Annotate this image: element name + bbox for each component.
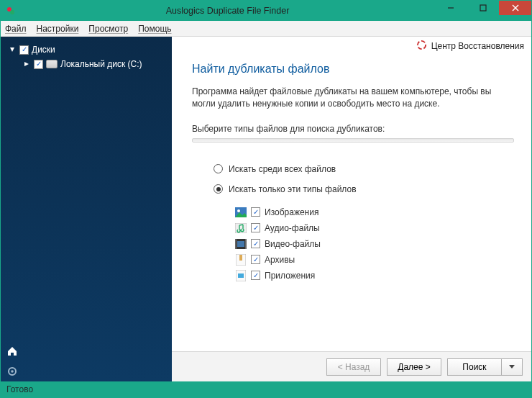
svg-point-12 — [237, 209, 240, 212]
checkbox-disks[interactable] — [19, 45, 29, 55]
tree-drive-label: Локальный диск (C:) — [60, 59, 142, 69]
svg-marker-7 — [24, 62, 29, 66]
tree-drive-row[interactable]: Локальный диск (C:) — [8, 57, 169, 71]
menu-help[interactable]: Помощь — [138, 24, 171, 34]
checkbox-drive-c[interactable] — [34, 60, 43, 69]
radio-icon — [214, 184, 223, 194]
window-title: Auslogics Duplicate File Finder — [21, 6, 434, 16]
tree-root-label: Диски — [32, 45, 55, 55]
app-icon — [235, 270, 247, 281]
svg-rect-16 — [235, 239, 237, 249]
page-description: Программа найдет файловые дубликаты на в… — [192, 86, 514, 111]
svg-point-9 — [11, 370, 14, 373]
sidebar-bottom — [1, 341, 172, 381]
tree-root-row[interactable]: Диски — [8, 42, 169, 57]
restore-label: Центр Восстановления — [431, 41, 524, 51]
checkbox-audio[interactable] — [251, 223, 260, 232]
menu-view[interactable]: Просмотр — [88, 24, 128, 34]
progress-step-bar — [192, 138, 514, 143]
titlebar[interactable]: Auslogics Duplicate File Finder — [1, 1, 531, 21]
app-window: Auslogics Duplicate File Finder Файл Нас… — [0, 0, 532, 398]
menubar: Файл Настройки Просмотр Помощь — [1, 21, 531, 37]
next-button[interactable]: Далее > — [387, 358, 441, 376]
search-button-group: Поиск — [447, 358, 523, 376]
status-text: Готово — [6, 384, 33, 394]
svg-rect-22 — [238, 273, 244, 278]
svg-rect-17 — [245, 239, 247, 249]
menu-settings[interactable]: Настройки — [37, 24, 79, 34]
svg-point-10 — [418, 41, 426, 49]
filetype-label: Приложения — [265, 271, 315, 281]
audio-icon — [235, 222, 247, 234]
body: Диски Локальный диск (C:) — [1, 37, 531, 381]
checkbox-apps[interactable] — [251, 271, 260, 280]
svg-rect-18 — [237, 241, 244, 247]
filetype-label: Архивы — [265, 255, 295, 265]
maximize-button[interactable] — [467, 1, 499, 15]
filetype-apps[interactable]: Приложения — [235, 268, 514, 284]
checkbox-images[interactable] — [251, 207, 260, 217]
filetype-label: Изображения — [265, 207, 318, 217]
content: Центр Восстановления Найти дубликаты фай… — [172, 37, 531, 381]
radio-only-types[interactable]: Искать только эти типы файлов — [214, 184, 514, 194]
collapse-icon[interactable] — [8, 45, 17, 54]
svg-rect-20 — [239, 255, 242, 261]
checkbox-video[interactable] — [251, 239, 260, 248]
filetype-label: Аудио-файлы — [265, 223, 320, 233]
radio-label: Искать только эти типы файлов — [229, 184, 357, 194]
page-heading: Найти дубликаты файлов — [192, 63, 514, 76]
search-button[interactable]: Поиск — [447, 358, 502, 376]
expand-icon[interactable] — [22, 60, 31, 68]
image-icon — [235, 207, 247, 218]
video-icon — [235, 238, 247, 250]
svg-rect-3 — [480, 5, 486, 11]
sidebar: Диски Локальный диск (C:) — [1, 37, 172, 381]
status-bar: Готово — [1, 381, 531, 397]
menu-file[interactable]: Файл — [5, 24, 27, 34]
checkbox-archives[interactable] — [251, 255, 260, 264]
main-panel: Найти дубликаты файлов Программа найдет … — [172, 55, 531, 351]
drive-icon — [46, 60, 58, 68]
restore-icon — [416, 40, 427, 53]
filetype-images[interactable]: Изображения — [235, 204, 514, 220]
svg-marker-6 — [10, 48, 14, 52]
close-button[interactable] — [499, 1, 531, 15]
svg-marker-23 — [509, 365, 515, 368]
settings-gear-button[interactable] — [1, 361, 172, 381]
minimize-button[interactable] — [434, 1, 467, 15]
radio-all-files[interactable]: Искать среди всех файлов — [214, 164, 514, 174]
file-types-list: Изображения Аудио-файлы Видео-файлы — [235, 204, 514, 284]
section-label: Выберите типы файлов для поиска дубликат… — [192, 124, 514, 134]
filetype-label: Видео-файлы — [265, 239, 321, 249]
home-button[interactable] — [1, 341, 172, 361]
radio-group: Искать среди всех файлов Искать только э… — [214, 164, 514, 194]
archive-icon — [235, 254, 247, 266]
restore-center[interactable]: Центр Восстановления — [172, 37, 531, 55]
radio-label: Искать среди всех файлов — [229, 164, 336, 174]
disk-tree: Диски Локальный диск (C:) — [1, 37, 172, 71]
search-dropdown-button[interactable] — [502, 358, 523, 376]
filetype-archives[interactable]: Архивы — [235, 252, 514, 268]
app-icon — [5, 5, 17, 17]
svg-point-1 — [10, 10, 14, 14]
window-controls — [434, 1, 531, 21]
back-button: < Назад — [326, 358, 381, 376]
wizard-footer: < Назад Далее > Поиск — [172, 351, 531, 381]
filetype-audio[interactable]: Аудио-файлы — [235, 220, 514, 236]
radio-icon — [214, 164, 223, 173]
filetype-video[interactable]: Видео-файлы — [235, 236, 514, 252]
